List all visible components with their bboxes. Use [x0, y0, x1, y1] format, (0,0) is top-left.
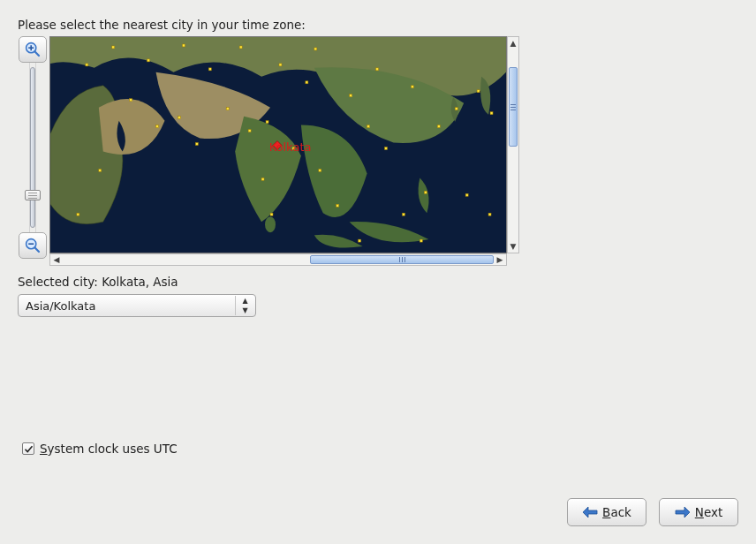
zoom-in-icon — [24, 41, 42, 58]
scroll-up-icon[interactable]: ▲ — [508, 37, 518, 49]
scroll-v-thumb[interactable] — [509, 67, 518, 147]
svg-rect-34 — [490, 112, 493, 115]
svg-rect-19 — [248, 130, 251, 132]
svg-rect-28 — [385, 147, 388, 150]
svg-rect-15 — [156, 125, 159, 128]
selected-city-prefix: Selected city: — [18, 275, 102, 289]
svg-rect-41 — [420, 239, 422, 242]
timezone-map-container: Kolkata ▲ ▼ ◀ ▶ — [49, 36, 519, 266]
svg-rect-43 — [465, 193, 468, 196]
svg-rect-9 — [86, 64, 88, 66]
svg-point-8 — [265, 216, 276, 232]
zoom-slider-thumb[interactable] — [25, 190, 41, 200]
map-scrollbar-horizontal[interactable]: ◀ ▶ — [49, 253, 507, 266]
svg-rect-10 — [112, 46, 115, 49]
svg-rect-25 — [336, 204, 339, 207]
svg-rect-46 — [314, 48, 317, 50]
svg-rect-20 — [266, 121, 268, 124]
svg-line-5 — [34, 247, 39, 252]
svg-rect-24 — [319, 169, 321, 171]
arrow-right-icon — [675, 506, 691, 518]
svg-rect-29 — [402, 213, 404, 215]
svg-rect-21 — [261, 178, 264, 180]
zoom-in-button[interactable] — [19, 36, 47, 63]
timezone-prompt: Please select the nearest city in your t… — [18, 18, 738, 32]
utc-checkbox[interactable] — [22, 442, 34, 455]
svg-rect-30 — [424, 191, 427, 193]
next-button[interactable]: Next — [659, 498, 738, 526]
zoom-out-button[interactable] — [19, 232, 47, 259]
selected-city-value: Kolkata, Asia — [102, 275, 178, 289]
selected-city-label: Selected city: Kolkata, Asia — [18, 275, 738, 289]
svg-rect-36 — [376, 68, 379, 71]
svg-rect-32 — [455, 108, 457, 110]
svg-rect-11 — [147, 59, 150, 62]
svg-rect-42 — [359, 239, 361, 242]
zoom-slider-track[interactable] — [30, 67, 35, 228]
svg-rect-17 — [195, 143, 198, 146]
svg-rect-38 — [279, 64, 282, 66]
svg-rect-27 — [367, 125, 370, 128]
map-scrollbar-vertical[interactable]: ▲ ▼ — [507, 36, 519, 253]
select-spinner-icon[interactable]: ▲ ▼ — [235, 296, 254, 315]
back-button[interactable]: Back — [567, 498, 646, 526]
svg-rect-31 — [437, 125, 440, 128]
zoom-controls — [18, 36, 48, 266]
svg-rect-13 — [208, 68, 211, 71]
scroll-down-icon[interactable]: ▼ — [508, 240, 518, 253]
timezone-select-value: Asia/Kolkata — [26, 299, 95, 313]
svg-rect-12 — [182, 44, 185, 47]
next-button-label: Next — [695, 505, 722, 519]
svg-rect-39 — [99, 169, 102, 171]
timezone-map[interactable]: Kolkata — [49, 36, 507, 253]
svg-rect-45 — [239, 46, 242, 49]
svg-rect-16 — [178, 117, 180, 119]
utc-checkbox-row[interactable]: System clock uses UTC — [22, 442, 178, 456]
svg-rect-40 — [77, 213, 79, 215]
svg-line-1 — [34, 51, 39, 56]
timezone-select[interactable]: Asia/Kolkata ▲ ▼ — [18, 294, 256, 317]
svg-rect-44 — [488, 213, 491, 215]
utc-checkbox-label: System clock uses UTC — [40, 442, 178, 456]
svg-rect-37 — [306, 81, 308, 84]
zoom-slider-container — [29, 63, 36, 232]
svg-rect-18 — [226, 108, 229, 110]
scroll-right-icon[interactable]: ▶ — [494, 254, 506, 265]
back-button-label: Back — [602, 505, 631, 519]
checkmark-icon — [24, 444, 34, 454]
nav-button-row: Back Next — [567, 498, 738, 526]
svg-rect-35 — [411, 86, 413, 88]
chevron-down-icon: ▼ — [236, 306, 254, 315]
scroll-left-icon[interactable]: ◀ — [50, 254, 63, 265]
zoom-out-icon — [24, 237, 42, 254]
svg-rect-33 — [477, 90, 480, 93]
selected-city-map-label: Kolkata — [269, 140, 312, 154]
svg-rect-26 — [350, 94, 352, 97]
svg-rect-22 — [270, 213, 273, 215]
chevron-up-icon: ▲ — [236, 296, 254, 306]
scroll-h-thumb[interactable] — [310, 255, 494, 264]
svg-rect-14 — [130, 99, 132, 102]
arrow-left-icon — [582, 506, 598, 518]
